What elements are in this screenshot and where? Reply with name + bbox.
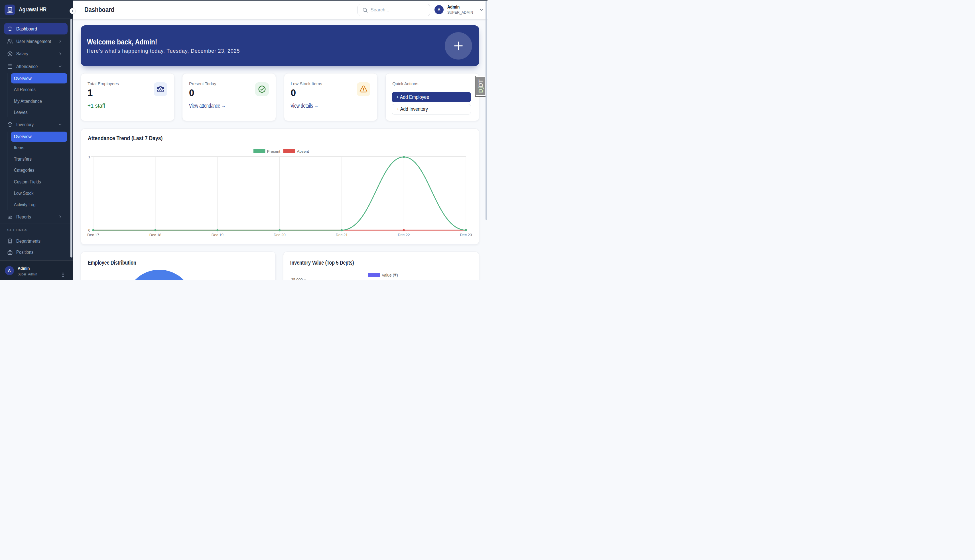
svg-text:1: 1 [89,155,90,159]
svg-text:Absent: Absent [297,149,309,153]
svg-text:0: 0 [89,228,90,232]
svg-text:Dec 17: Dec 17 [87,233,99,237]
svg-text:Dec 18: Dec 18 [149,233,161,237]
svg-text:Dec 20: Dec 20 [274,233,286,237]
svg-text:Dec 23: Dec 23 [460,233,472,237]
svg-text:Dec 19: Dec 19 [212,233,224,237]
svg-text:Present: Present [267,149,281,153]
svg-text:Dec 22: Dec 22 [398,233,410,237]
svg-text:Dec 21: Dec 21 [336,233,348,237]
